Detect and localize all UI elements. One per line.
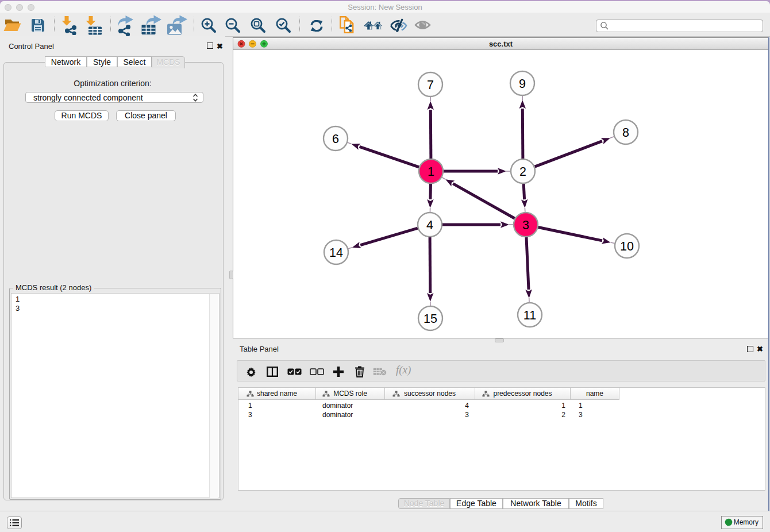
svg-text:1: 1 [428,165,434,179]
svg-text:11: 11 [523,309,536,322]
svg-text:9: 9 [519,77,526,91]
svg-text:7: 7 [427,78,434,92]
svg-text:10: 10 [620,240,634,253]
svg-text:4: 4 [426,218,433,232]
svg-text:8: 8 [622,126,629,140]
svg-text:6: 6 [332,132,339,146]
svg-text:14: 14 [329,246,343,260]
svg-text:3: 3 [522,218,529,232]
svg-text:15: 15 [424,312,437,326]
svg-text:2: 2 [519,165,526,179]
